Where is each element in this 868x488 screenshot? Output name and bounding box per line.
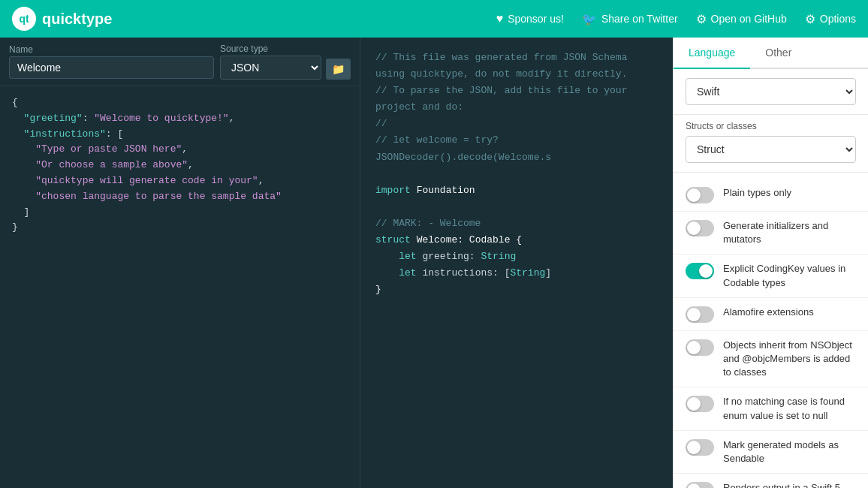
toggle-item-explicit-coding: Explicit CodingKey values in Codable typ… [674, 255, 868, 297]
twitter-label: Share on Twitter [601, 13, 678, 25]
logo-initials: qt [19, 13, 29, 25]
github-button[interactable]: ⚙ Open on GitHub [696, 12, 787, 26]
file-open-button[interactable]: 📁 [326, 59, 351, 80]
swift5-track[interactable] [686, 482, 714, 488]
options-button[interactable]: ⚙ Options [805, 12, 856, 26]
source-label: Source type [220, 44, 321, 54]
toggle-list: Plain types only Generate initializers a… [674, 173, 868, 488]
source-type-select[interactable]: JSON JSON Schema TypeScript GraphQL [220, 56, 321, 80]
toggle-item-plain-types: Plain types only [674, 179, 868, 212]
left-panel: Name Source type JSON JSON Schema TypeSc… [0, 38, 360, 488]
alamofire-track[interactable] [686, 306, 714, 323]
options-icon: ⚙ [805, 12, 815, 26]
enum-null-label: If no matching case is found enum value … [723, 395, 856, 422]
explicit-coding-thumb [699, 264, 713, 278]
swift5-toggle[interactable] [686, 482, 714, 488]
explicit-coding-track[interactable] [686, 263, 714, 279]
objc-thumb [687, 341, 701, 354]
objc-label: Objects inherit from NSObject and @objcM… [723, 339, 856, 380]
toggle-item-swift5: Renders output in a Swift 5 compatible m… [674, 474, 868, 488]
twitter-icon: 🐦 [582, 12, 597, 26]
plain-types-track[interactable] [686, 187, 714, 203]
objc-toggle[interactable] [686, 339, 714, 356]
swift5-label: Renders output in a Swift 5 compatible m… [723, 481, 856, 488]
plain-types-label: Plain types only [723, 186, 856, 200]
objc-track[interactable] [686, 339, 714, 356]
explicit-coding-label: Explicit CodingKey values in Codable typ… [723, 262, 856, 289]
toggle-item-sendable: Mark generated models as Sendable [674, 431, 868, 474]
github-icon: ⚙ [696, 12, 707, 26]
explicit-coding-toggle[interactable] [686, 263, 714, 279]
main-layout: Name Source type JSON JSON Schema TypeSc… [0, 38, 868, 488]
alamofire-thumb [687, 308, 701, 321]
language-select[interactable]: Swift Kotlin TypeScript Python C# Go Jav… [686, 78, 856, 105]
logo-text: quicktype [42, 11, 112, 28]
generate-init-toggle[interactable] [686, 220, 714, 236]
toggle-item-generate-init: Generate initializers and mutators [674, 212, 868, 255]
app-header: qt quicktype ♥ Sponsor us! 🐦 Share on Tw… [0, 0, 868, 38]
options-panel: Language Other Swift Kotlin TypeScript P… [673, 38, 868, 488]
sendable-track[interactable] [686, 439, 714, 456]
json-editor[interactable]: { "greeting": "Welcome to quicktype!", "… [0, 86, 360, 488]
name-section: Name [9, 44, 214, 79]
language-option-section: Swift Kotlin TypeScript Python C# Go Jav… [674, 69, 868, 115]
header-nav: ♥ Sponsor us! 🐦 Share on Twitter ⚙ Open … [496, 12, 856, 26]
generate-init-label: Generate initializers and mutators [723, 219, 856, 246]
alamofire-label: Alamofire extensions [723, 306, 856, 319]
generate-init-thumb [687, 221, 701, 235]
options-label: Options [820, 13, 856, 25]
enum-null-toggle[interactable] [686, 396, 714, 412]
options-tabs: Language Other [674, 38, 868, 69]
editor-topbar: Name Source type JSON JSON Schema TypeSc… [0, 38, 360, 86]
heart-icon: ♥ [496, 12, 504, 26]
plain-types-toggle[interactable] [686, 187, 714, 203]
alamofire-toggle[interactable] [686, 306, 714, 323]
enum-null-thumb [687, 397, 701, 411]
logo-area: qt quicktype [12, 7, 484, 31]
tab-other[interactable]: Other [750, 38, 806, 69]
sponsor-label: Sponsor us! [508, 13, 564, 25]
enum-null-track[interactable] [686, 396, 714, 412]
swift5-thumb [687, 483, 701, 488]
sendable-toggle[interactable] [686, 439, 714, 456]
generate-init-track[interactable] [686, 220, 714, 236]
code-output: // This file was generated from JSON Sch… [360, 38, 673, 488]
tab-language[interactable]: Language [674, 38, 750, 69]
struct-section: Structs or classes Struct Class [674, 115, 868, 173]
source-section: Source type JSON JSON Schema TypeScript … [220, 44, 351, 80]
name-input[interactable] [9, 56, 214, 79]
sendable-thumb [687, 441, 701, 454]
toggle-item-enum-null: If no matching case is found enum value … [674, 387, 868, 430]
logo-icon: qt [12, 7, 36, 31]
sendable-label: Mark generated models as Sendable [723, 438, 856, 465]
toggle-item-alamofire: Alamofire extensions [674, 298, 868, 331]
twitter-button[interactable]: 🐦 Share on Twitter [582, 12, 678, 26]
plain-types-thumb [687, 188, 701, 202]
struct-select[interactable]: Struct Class [686, 136, 856, 163]
name-label: Name [9, 44, 214, 55]
sponsor-button[interactable]: ♥ Sponsor us! [496, 12, 564, 26]
github-label: Open on GitHub [711, 13, 787, 25]
toggle-item-objc: Objects inherit from NSObject and @objcM… [674, 331, 868, 388]
structs-label: Structs or classes [686, 121, 856, 131]
